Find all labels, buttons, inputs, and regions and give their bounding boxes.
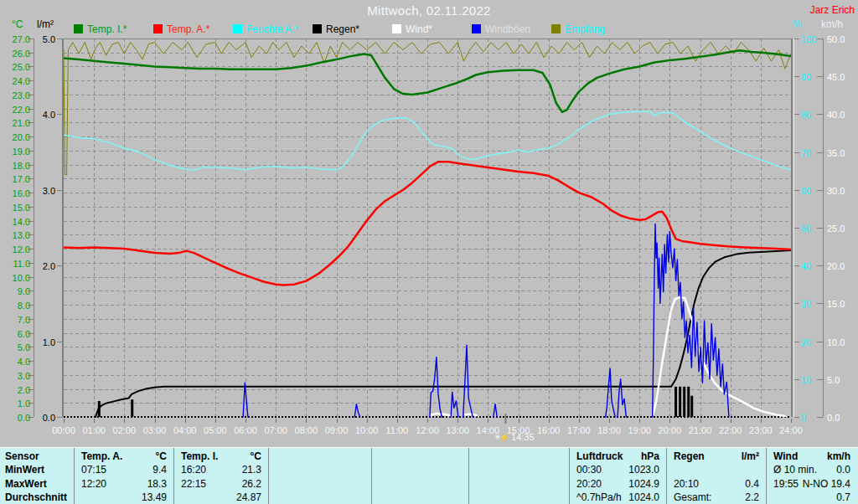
svg-text:1.0: 1.0 [18, 399, 30, 409]
max-value: 26.2 [242, 478, 261, 490]
svg-text:50: 50 [801, 224, 811, 234]
svg-text:11:00: 11:00 [385, 425, 408, 435]
svg-text:24:00: 24:00 [779, 425, 803, 435]
svg-text:14.0: 14.0 [13, 217, 30, 227]
svg-text:06:00: 06:00 [234, 425, 257, 435]
svg-text:30: 30 [801, 299, 811, 309]
svg-text:1.0: 1.0 [43, 337, 55, 347]
min-time: 07:15 [81, 464, 106, 476]
svg-text:12.0: 12.0 [13, 244, 30, 255]
col-title: Luftdruck [576, 450, 623, 462]
svg-text:0.0: 0.0 [43, 413, 55, 423]
svg-text:40: 40 [801, 261, 811, 271]
svg-text:2.0: 2.0 [43, 261, 55, 271]
svg-text:01:00: 01:00 [82, 425, 106, 435]
col-title: Wind [773, 450, 798, 462]
avg-value: 24.87 [236, 491, 261, 503]
row-label-durchschnitt: Durchschnitt [5, 491, 67, 503]
svg-text:60: 60 [801, 186, 811, 196]
lightning-icon: ⚡ [499, 433, 509, 442]
avg-value: 0.7 [836, 491, 850, 503]
svg-text:10: 10 [801, 375, 811, 385]
svg-text:13.0: 13.0 [13, 230, 30, 240]
col-unit: km/h [827, 450, 850, 462]
weather-chart-canvas: 0.01.02.03.04.05.06.07.08.09.010.011.012… [0, 0, 858, 447]
svg-text:03:00: 03:00 [143, 425, 167, 435]
col-title: Temp. A. [81, 450, 122, 462]
row-label-maxwert: MaxWert [5, 478, 47, 490]
svg-text:25.0: 25.0 [13, 62, 30, 72]
max-value: 1024.9 [628, 478, 659, 490]
axis-%: 0102030405060708090100 [794, 34, 816, 423]
max-value: N-NO 19.4 [803, 478, 850, 490]
svg-text:9.0: 9.0 [18, 286, 30, 296]
svg-text:17:00: 17:00 [567, 425, 591, 435]
svg-text:08:00: 08:00 [295, 425, 318, 435]
svg-text:50.0: 50.0 [827, 34, 845, 44]
svg-text:6.0: 6.0 [18, 329, 30, 339]
max-value: 18.3 [147, 478, 167, 490]
svg-text:7.0: 7.0 [18, 315, 30, 325]
total-label: Gesamt: [674, 491, 711, 503]
max-value: 0.4 [745, 478, 759, 490]
svg-text:07:00: 07:00 [264, 425, 287, 435]
svg-text:19:00: 19:00 [628, 425, 651, 435]
svg-text:13:00: 13:00 [446, 425, 469, 435]
table-col-wind: Windkm/h Ø 10 min.0.0 19:55N-NO 19.4 0.7 [766, 448, 856, 504]
svg-text:18.0: 18.0 [13, 161, 30, 171]
svg-text:21.0: 21.0 [13, 118, 30, 128]
table-col-temp-i: Temp. I.°C 16:2021.3 22:1526.2 24.87 [173, 448, 267, 504]
col-unit: °C [156, 450, 167, 462]
svg-text:16:00: 16:00 [537, 425, 561, 435]
svg-text:20.0: 20.0 [827, 261, 845, 271]
svg-text:70: 70 [801, 148, 811, 158]
svg-text:18:00: 18:00 [597, 425, 621, 435]
series-Windböen [243, 224, 729, 418]
svg-text:21:00: 21:00 [689, 425, 712, 435]
svg-text:10.0: 10.0 [827, 337, 845, 347]
svg-text:0: 0 [801, 413, 806, 423]
table-col-regen: Regenl/m² 20:100.4 Gesamt:2.2 [666, 448, 765, 504]
svg-text:3.0: 3.0 [43, 186, 55, 196]
svg-text:04:00: 04:00 [173, 425, 197, 435]
svg-text:15.0: 15.0 [827, 299, 845, 309]
svg-text:16.0: 16.0 [13, 188, 30, 198]
svg-text:10:00: 10:00 [355, 425, 379, 435]
axis-km/h: 0.05.010.015.020.025.030.035.040.045.050… [817, 34, 845, 423]
max-time: 12:20 [81, 478, 106, 490]
svg-text:0.0: 0.0 [827, 413, 840, 423]
svg-text:0.0: 0.0 [18, 413, 30, 423]
max-time: 20:10 [674, 478, 699, 490]
svg-text:40.0: 40.0 [827, 110, 845, 120]
col-unit: °C [251, 450, 261, 462]
row-label-minwert: MinWert [5, 464, 44, 476]
svg-text:27.0: 27.0 [13, 34, 30, 44]
table-col-row-labels: Sensor MinWert MaxWert Durchschnitt [2, 448, 72, 504]
svg-text:25.0: 25.0 [827, 224, 845, 234]
svg-text:24.0: 24.0 [13, 76, 30, 86]
svg-text:20:00: 20:00 [659, 425, 682, 435]
summary-table: Sensor MinWert MaxWert Durchschnitt Temp… [0, 447, 858, 504]
avg-value: 13.49 [142, 491, 167, 503]
axis-l/m²: 0.01.02.03.04.05.0 [43, 34, 63, 423]
svg-text:20: 20 [801, 337, 811, 347]
trend-label: ^0.7hPa/h [576, 491, 622, 503]
svg-text:100: 100 [801, 34, 816, 44]
svg-text:05:00: 05:00 [204, 425, 227, 435]
row-label-sensor: Sensor [5, 450, 39, 462]
avg-10min-value: 0.0 [836, 464, 850, 476]
svg-text:4.0: 4.0 [43, 110, 55, 120]
svg-text:90: 90 [801, 72, 811, 82]
table-divider [468, 448, 469, 504]
table-col-luftdruck: LuftdruckhPa 00:301023.0 20:201024.9 ^0.… [569, 448, 665, 504]
svg-text:4.0: 4.0 [18, 357, 30, 367]
svg-text:5.0: 5.0 [18, 342, 30, 352]
svg-text:5.0: 5.0 [43, 34, 55, 44]
svg-text:23:00: 23:00 [749, 425, 773, 435]
svg-text:19.0: 19.0 [13, 147, 30, 157]
max-time: 19:55 [773, 478, 799, 490]
svg-text:02:00: 02:00 [113, 425, 137, 435]
svg-text:00:00: 00:00 [52, 425, 75, 435]
table-divider [268, 448, 269, 504]
svg-text:17.0: 17.0 [13, 174, 30, 184]
